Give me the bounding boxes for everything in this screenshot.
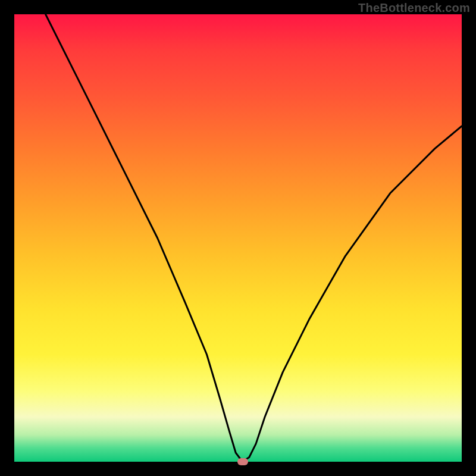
- watermark-label: TheBottleneck.com: [358, 1, 470, 15]
- bottleneck-curve: [46, 14, 462, 462]
- curve-layer: [14, 14, 462, 462]
- chart-frame: TheBottleneck.com: [0, 0, 476, 476]
- optimum-marker: [237, 458, 248, 465]
- plot-area: [14, 14, 462, 462]
